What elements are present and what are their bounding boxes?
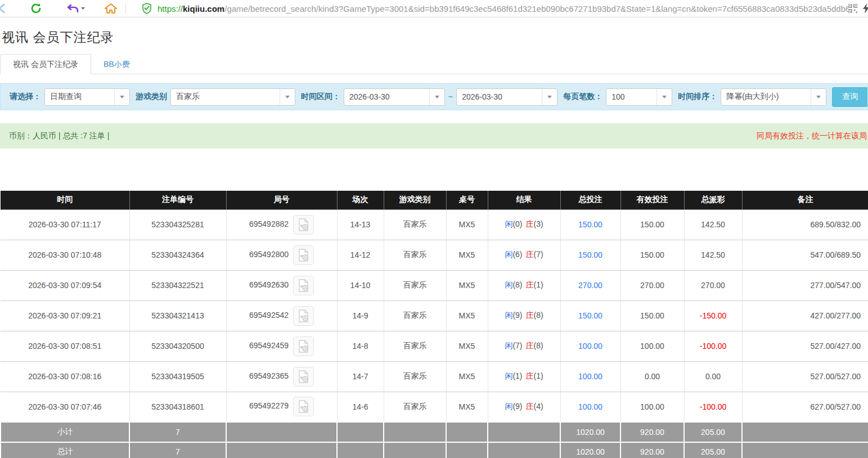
cell-session: 14-12 (337, 240, 384, 270)
col-header-game: 游戏类别 (384, 191, 446, 209)
col-header-remark: 备注 (742, 191, 868, 209)
cell-total-bet[interactable]: 270.00 (560, 270, 620, 300)
result-player: 闲 (505, 311, 512, 320)
cell-game: 百家乐 (384, 209, 446, 240)
cell-remark: 547.00/689.50 (742, 240, 868, 270)
cell-result: 闲(0)庄(3) (488, 209, 560, 240)
date-range-separator: ~ (448, 92, 453, 101)
cell-remark: 277.00/547.00 (742, 270, 868, 300)
total-total-bet: 1020.00 (560, 442, 620, 458)
query-type-select[interactable]: 日期查询 (44, 88, 130, 106)
subtotal-valid-bet: 920.00 (620, 422, 684, 442)
cell-payout: 142.50 (684, 240, 742, 270)
cell-game: 百家乐 (384, 392, 446, 422)
round-number: 695492365 (249, 371, 289, 380)
chevron-down-icon[interactable] (280, 89, 295, 105)
video-replay-button[interactable] (293, 367, 314, 387)
address-bar[interactable]: https://kiqiiu.com/game/betrecord_search… (158, 4, 848, 14)
home-icon[interactable] (104, 0, 118, 17)
valid-bet-notice: 同局有效投注，统一计算在该局 (757, 131, 867, 141)
query-type-label: 请选择： (10, 92, 41, 102)
tab-bb-tips[interactable]: BB小费 (91, 55, 142, 74)
cell-bet-id: 523304319505 (129, 361, 226, 392)
lightning-icon[interactable] (862, 0, 868, 17)
cell-time: 2026-03-30 07:08:16 (1, 361, 129, 392)
cell-result: 闲(1)庄(1) (488, 361, 560, 392)
cell-time: 2026-03-30 07:10:48 (1, 240, 129, 270)
video-replay-button[interactable] (293, 306, 314, 326)
cell-total-bet[interactable]: 100.00 (560, 392, 620, 422)
video-replay-button[interactable] (293, 245, 314, 265)
table-body: 2026-03-30 07:11:17 523304325281 6954928… (1, 209, 868, 422)
cell-table-no: MX5 (446, 209, 488, 240)
url-path: /game/betrecord_search/kind3?GameType=30… (224, 4, 848, 14)
result-player: 闲 (505, 341, 512, 350)
table-row: 2026-03-30 07:10:48 523304324364 6954928… (1, 240, 868, 270)
col-header-session: 场次 (337, 191, 384, 209)
cell-result: 闲(6)庄(7) (488, 240, 560, 270)
chevron-down-icon[interactable] (429, 89, 444, 105)
cell-total-bet[interactable]: 100.00 (560, 361, 620, 392)
qr-code-icon[interactable] (848, 0, 857, 17)
undo-icon[interactable] (66, 0, 85, 17)
back-icon[interactable] (0, 0, 8, 17)
chevron-down-icon[interactable] (542, 89, 557, 105)
cell-result: 闲(8)庄(1) (488, 270, 560, 300)
game-category-select[interactable]: 百家乐 (170, 88, 295, 106)
round-number: 695492279 (249, 401, 289, 410)
time-range-label: 时间区间： (301, 92, 340, 102)
col-header-time: 时间 (1, 191, 129, 209)
search-button[interactable]: 查询 (832, 87, 868, 107)
toolbar-divider (125, 3, 126, 14)
cell-total-bet[interactable]: 150.00 (560, 300, 620, 331)
total-count: 7 (129, 442, 226, 458)
cell-time: 2026-03-30 07:07:46 (1, 392, 129, 422)
cell-total-bet[interactable]: 150.00 (560, 240, 620, 270)
cell-round: 695492630 (226, 270, 337, 300)
table-header-row: 时间 注单编号 局号 场次 游戏类别 桌号 结果 总投注 有效投注 总派彩 备注 (1, 191, 868, 209)
cell-result: 闲(9)庄(4) (488, 392, 560, 422)
site-security-shield-icon[interactable] (142, 0, 152, 17)
cell-session: 14-9 (337, 300, 384, 331)
game-category-label: 游戏类别 (136, 92, 167, 102)
chevron-down-icon[interactable] (811, 89, 826, 105)
chevron-down-icon[interactable] (656, 89, 672, 105)
url-domain: kiqiiu.com (183, 4, 224, 14)
video-replay-button[interactable] (293, 336, 314, 356)
result-banker: 庄 (526, 341, 534, 350)
filter-bar: 请选择： 日期查询 游戏类别 百家乐 时间区间： 2026-03-30 ~ 20… (0, 83, 868, 110)
cell-round: 695492542 (226, 300, 337, 331)
round-number: 695492882 (249, 219, 289, 228)
cell-game: 百家乐 (384, 300, 446, 331)
col-header-payout: 总派彩 (684, 191, 742, 209)
video-replay-button[interactable] (293, 397, 314, 416)
time-sort-select[interactable]: 降幂(由大到小) (721, 88, 826, 106)
cell-table-no: MX5 (446, 392, 488, 422)
date-to-select[interactable]: 2026-03-30 (456, 88, 557, 106)
cell-valid-bet: 270.00 (620, 270, 684, 300)
cell-game: 百家乐 (384, 240, 446, 270)
cell-game: 百家乐 (384, 270, 446, 300)
cell-remark: 427.00/277.00 (742, 300, 868, 331)
cell-bet-id: 523304324364 (129, 240, 226, 270)
cell-table-no: MX5 (446, 300, 488, 331)
cell-total-bet[interactable]: 150.00 (560, 209, 620, 240)
round-number: 695492459 (249, 341, 289, 350)
video-replay-button[interactable] (293, 276, 314, 295)
cell-game: 百家乐 (384, 331, 446, 361)
video-replay-button[interactable] (293, 215, 314, 235)
chevron-down-icon[interactable] (114, 89, 129, 105)
cell-result: 闲(7)庄(8) (488, 331, 560, 361)
page-size-select[interactable]: 100 (606, 88, 672, 106)
refresh-icon[interactable] (30, 0, 42, 17)
cell-bet-id: 523304321413 (129, 300, 226, 331)
tab-bet-records[interactable]: 视讯 会员下注纪录 (0, 54, 91, 74)
col-header-result: 结果 (488, 191, 560, 209)
date-from-select[interactable]: 2026-03-30 (344, 88, 445, 106)
cell-total-bet[interactable]: 100.00 (560, 331, 620, 361)
cell-time: 2026-03-30 07:09:54 (1, 270, 129, 300)
cell-time: 2026-03-30 07:09:21 (1, 300, 129, 331)
result-player: 闲 (505, 402, 512, 411)
result-banker: 庄 (526, 219, 534, 228)
tab-bar: 视讯 会员下注纪录 BB小费 (0, 55, 868, 74)
